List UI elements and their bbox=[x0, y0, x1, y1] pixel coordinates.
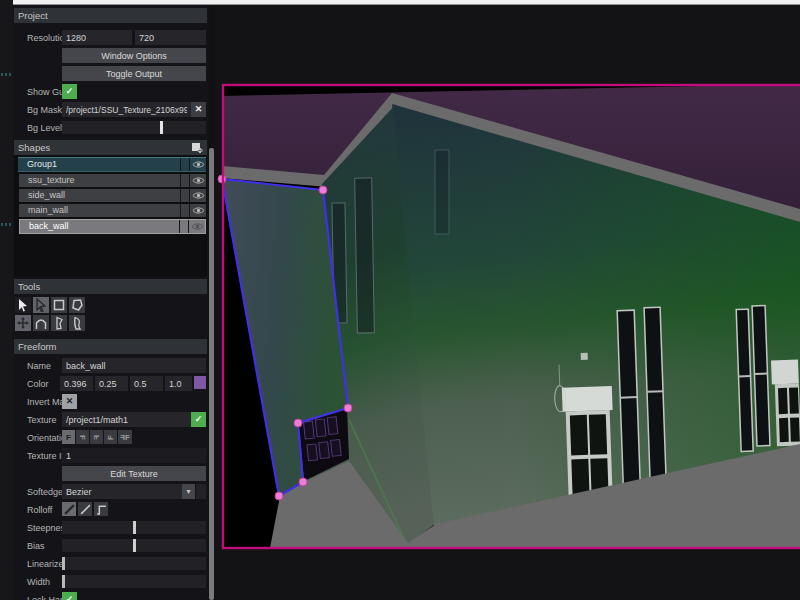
sidebar-scrollbar[interactable] bbox=[208, 6, 215, 600]
texture-id-input[interactable] bbox=[62, 448, 206, 463]
tool-rectangle-button[interactable] bbox=[51, 297, 67, 313]
steepness-slider-handle[interactable] bbox=[133, 521, 136, 534]
softedge-label: Softedge bbox=[14, 487, 62, 497]
orientation-rotate270-button[interactable]: F bbox=[104, 430, 117, 444]
vertex-handle[interactable] bbox=[344, 404, 352, 412]
shape-row-group1[interactable]: Group1 bbox=[18, 157, 206, 172]
bg-mask-clear-button[interactable]: ✕ bbox=[191, 102, 206, 117]
steepness-slider[interactable] bbox=[62, 521, 206, 534]
rolloff-step-button[interactable] bbox=[94, 502, 108, 516]
freeform-panel-header[interactable]: Freeform bbox=[14, 339, 207, 354]
orientation-mirror-button[interactable]: FF bbox=[118, 430, 132, 444]
shape-row-ssu-texture[interactable]: ssu_texture bbox=[19, 174, 206, 187]
visibility-eye-button[interactable] bbox=[189, 174, 206, 187]
vertex-handle[interactable] bbox=[299, 478, 307, 486]
shape-row-main-wall[interactable]: main_wall bbox=[19, 204, 206, 217]
resolution-label: Resolution bbox=[14, 33, 62, 43]
color-label: Color bbox=[14, 379, 60, 389]
invert-mask-row: Invert Mask ✕ bbox=[14, 394, 207, 409]
color-r-input[interactable] bbox=[60, 376, 93, 391]
freeform-panel: Freeform Name Color Invert Mask ✕ bbox=[14, 339, 207, 600]
vertex-handle[interactable] bbox=[319, 186, 327, 194]
tool-grid bbox=[15, 297, 207, 331]
softedge-dropdown-arrow[interactable]: ▾ bbox=[182, 484, 195, 499]
texture-path-input[interactable] bbox=[62, 412, 191, 427]
tool-curved-pennant-button[interactable] bbox=[69, 315, 85, 331]
window-options-button[interactable]: Window Options bbox=[62, 48, 206, 63]
bg-level-slider-handle[interactable] bbox=[160, 121, 163, 134]
orientation-rotate90-button[interactable]: F bbox=[76, 430, 89, 444]
texture-id-row: Texture ID bbox=[14, 448, 207, 463]
visibility-eye-button[interactable] bbox=[188, 220, 205, 233]
rail-decoration bbox=[1, 223, 12, 226]
slope-rolloff-icon bbox=[80, 504, 91, 515]
tools-panel: Tools bbox=[14, 279, 207, 331]
color-g-input[interactable] bbox=[95, 376, 128, 391]
lock-handles-checkbox[interactable]: ✓ bbox=[62, 592, 77, 600]
texture-confirm-button[interactable]: ✓ bbox=[191, 412, 206, 427]
color-a-input[interactable] bbox=[165, 376, 192, 391]
rectangle-icon bbox=[52, 298, 66, 312]
project-panel-header[interactable]: Project bbox=[14, 8, 207, 23]
tool-arch-button[interactable] bbox=[33, 315, 49, 331]
edit-texture-button[interactable]: Edit Texture bbox=[62, 466, 206, 481]
width-slider[interactable] bbox=[62, 575, 206, 588]
window-options-row: Window Options bbox=[14, 48, 207, 63]
vertex-handle[interactable] bbox=[275, 492, 283, 500]
lock-handles-label: Lock Handles bbox=[14, 595, 62, 600]
tools-panel-header[interactable]: Tools bbox=[14, 279, 207, 294]
tool-polygon-button[interactable] bbox=[69, 297, 85, 313]
shapes-panel-header[interactable]: Shapes bbox=[14, 140, 207, 155]
bg-mask-path-input[interactable] bbox=[62, 102, 191, 117]
orientation-normal-button[interactable]: F bbox=[62, 430, 75, 444]
toggle-output-button[interactable]: Toggle Output bbox=[62, 66, 206, 81]
resolution-height-input[interactable] bbox=[135, 30, 206, 45]
output-preview-viewport[interactable] bbox=[215, 6, 800, 600]
tool-pennant-button[interactable] bbox=[51, 315, 67, 331]
shape-row-side-wall[interactable]: side_wall bbox=[19, 189, 206, 202]
visibility-eye-button[interactable] bbox=[189, 189, 206, 202]
color-swatch[interactable] bbox=[194, 376, 206, 389]
vertex-handle[interactable] bbox=[294, 419, 302, 427]
resolution-width-input[interactable] bbox=[62, 30, 132, 45]
bg-level-label: Bg Level bbox=[14, 123, 62, 133]
texture-row: Texture ✓ bbox=[14, 412, 207, 427]
rolloff-label: Rolloff bbox=[14, 505, 62, 515]
bias-row: Bias bbox=[14, 538, 207, 553]
bg-level-slider[interactable] bbox=[62, 121, 206, 134]
linearize-label: Linearize bbox=[14, 559, 62, 569]
show-guide-checkbox[interactable]: ✓ bbox=[62, 84, 77, 99]
shape-name-input[interactable] bbox=[62, 358, 206, 373]
polygon-icon bbox=[70, 298, 84, 312]
linearize-row: Linearize bbox=[14, 556, 207, 571]
tool-move-button[interactable] bbox=[15, 315, 31, 331]
visibility-eye-button[interactable] bbox=[189, 204, 206, 217]
tool-cursor-button[interactable] bbox=[15, 297, 31, 313]
rolloff-linear-button[interactable] bbox=[62, 502, 76, 516]
shape-row-back-wall-selected[interactable]: back_wall bbox=[19, 219, 206, 234]
left-rail bbox=[0, 0, 13, 600]
bias-slider[interactable] bbox=[62, 539, 206, 552]
width-label: Width bbox=[14, 577, 62, 587]
color-b-input[interactable] bbox=[130, 376, 163, 391]
orientation-rotate90-flip-button[interactable]: F bbox=[90, 430, 103, 444]
edit-texture-row: Edit Texture bbox=[14, 466, 207, 481]
linearize-slider[interactable] bbox=[62, 557, 206, 570]
bias-label: Bias bbox=[14, 541, 62, 551]
linearize-slider-handle[interactable] bbox=[62, 557, 65, 570]
bg-mask-label: Bg Mask bbox=[14, 105, 62, 115]
bias-slider-handle[interactable] bbox=[133, 539, 136, 552]
invert-mask-checkbox[interactable]: ✕ bbox=[62, 394, 77, 409]
sidebar-scrollbar-thumb[interactable] bbox=[209, 148, 214, 600]
rolloff-slope-button[interactable] bbox=[78, 502, 92, 516]
softedge-row: Softedge ▾ bbox=[14, 484, 207, 499]
show-guide-label: Show Guide bbox=[14, 87, 62, 97]
add-shape-button[interactable] bbox=[190, 141, 204, 154]
tool-vertex-arrow-button[interactable] bbox=[33, 297, 49, 313]
width-slider-handle[interactable] bbox=[62, 575, 65, 588]
steepness-row: Steepness bbox=[14, 520, 207, 535]
visibility-eye-button[interactable] bbox=[189, 158, 206, 171]
softedge-select-value[interactable] bbox=[62, 484, 182, 499]
rolloff-row: Rolloff bbox=[14, 502, 207, 517]
cursor-icon bbox=[16, 298, 30, 312]
